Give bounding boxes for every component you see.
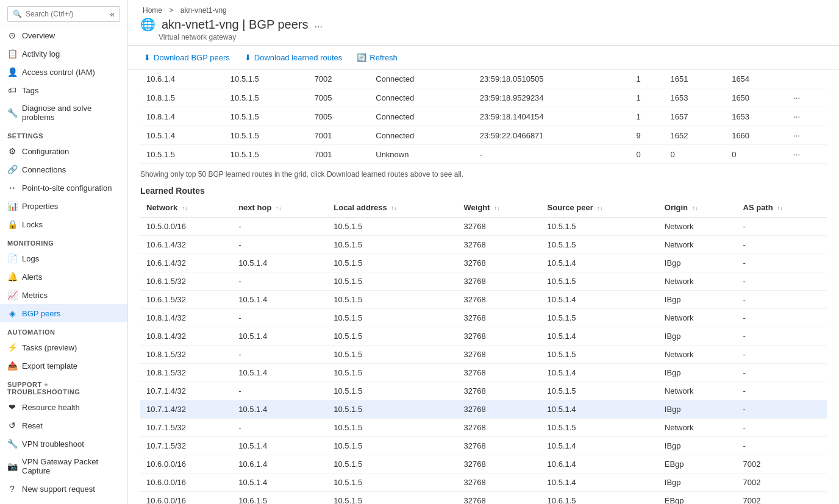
cell-status: Connected xyxy=(370,126,474,145)
table-cell: 10.6.0.0/16 xyxy=(140,455,232,474)
sidebar-item-configuration[interactable]: ⚙ Configuration xyxy=(0,142,127,160)
table-cell: 10.5.1.4 xyxy=(541,474,659,492)
cell-more[interactable]: ··· xyxy=(787,126,827,145)
collapse-button[interactable]: « xyxy=(110,9,115,19)
table-cell: - xyxy=(737,437,827,455)
sidebar-item-alerts[interactable]: 🔔 Alerts xyxy=(0,268,127,286)
cell-more[interactable]: ··· xyxy=(787,88,827,107)
table-cell: 10.5.1.4 xyxy=(541,327,659,346)
sidebar-item-logs[interactable]: 📄 Logs xyxy=(0,249,127,268)
cell-status: Connected xyxy=(370,70,474,88)
table-cell: - xyxy=(737,236,827,254)
sidebar-item-export-template[interactable]: 📤 Export template xyxy=(0,357,127,375)
sidebar-item-reset[interactable]: ↺ Reset xyxy=(0,416,127,435)
col-origin[interactable]: Origin ↑↓ xyxy=(659,198,737,218)
table-cell: Network xyxy=(659,309,737,327)
col-local-address[interactable]: Local address ↑↓ xyxy=(327,198,457,218)
refresh-icon: 🔄 xyxy=(357,53,366,62)
info-note: Showing only top 50 BGP learned routes i… xyxy=(140,170,827,179)
sidebar-item-tasks[interactable]: ⚡ Tasks (preview) xyxy=(0,338,127,357)
sidebar-item-activity-log[interactable]: 📋 Activity log xyxy=(0,44,127,63)
sidebar-item-bgp-peers[interactable]: ◈ BGP peers xyxy=(0,304,127,322)
table-cell: 10.5.1.5 xyxy=(327,309,457,327)
col-as-path[interactable]: AS path ↑↓ xyxy=(737,198,827,218)
table-cell: 10.8.1.4/32 xyxy=(140,327,232,346)
sidebar-item-new-support-request[interactable]: ? New support request xyxy=(0,480,127,498)
table-cell: 32768 xyxy=(458,309,541,327)
cell-ip1: 10.5.1.4 xyxy=(140,126,224,145)
cell-more[interactable]: ··· xyxy=(787,145,827,164)
col-source-peer[interactable]: Source peer ↑↓ xyxy=(541,198,659,218)
activity-log-icon: 📋 xyxy=(7,49,17,59)
cell-routes-recv: 1653 xyxy=(665,88,726,107)
col-weight[interactable]: Weight ↑↓ xyxy=(458,198,541,218)
sidebar-item-metrics[interactable]: 📈 Metrics xyxy=(0,286,127,304)
table-cell: 32768 xyxy=(458,437,541,455)
table-cell: 10.5.1.5 xyxy=(541,382,659,400)
breadcrumb-separator: > xyxy=(169,6,173,15)
sidebar-item-connections[interactable]: 🔗 Connections xyxy=(0,160,127,179)
table-cell: 10.6.1.4/32 xyxy=(140,236,232,254)
cell-msg-recv: 1 xyxy=(630,70,665,88)
cell-routes-recv: 0 xyxy=(665,145,726,164)
sort-icon: ↑↓ xyxy=(777,205,783,211)
main-content: Home > akn-vnet1-vng 🌐 akn-vnet1-vng | B… xyxy=(128,0,839,504)
download-bgp-peers-button[interactable]: ⬇ Download BGP peers xyxy=(140,51,234,65)
sidebar-item-properties[interactable]: 📊 Properties xyxy=(0,197,127,215)
sidebar-item-diagnose[interactable]: 🔧 Diagnose and solve problems xyxy=(0,99,127,126)
sidebar-item-overview[interactable]: ⊙ Overview xyxy=(0,26,127,44)
col-network[interactable]: Network ↑↓ xyxy=(140,198,232,218)
sidebar-item-label: Connections xyxy=(22,165,66,174)
row-more-button[interactable]: ··· xyxy=(793,93,801,102)
packet-capture-icon: 📷 xyxy=(7,461,17,471)
cell-more[interactable]: ··· xyxy=(787,107,827,126)
breadcrumb-resource[interactable]: akn-vnet1-vng xyxy=(180,6,227,15)
refresh-label: Refresh xyxy=(370,53,398,62)
table-cell: 10.5.1.4 xyxy=(541,254,659,272)
search-box[interactable]: 🔍 « xyxy=(7,6,120,22)
table-row: 10.5.1.4 10.5.1.5 7001 Connected 23:59:2… xyxy=(140,126,827,145)
table-row: 10.7.1.5/32-10.5.1.53276810.5.1.5Network… xyxy=(140,419,827,437)
sidebar-item-vpn-troubleshoot[interactable]: 🔧 VPN troubleshoot xyxy=(0,435,127,453)
cell-updown: 23:59:22.0466871 xyxy=(474,126,630,145)
sidebar-item-resource-health[interactable]: ❤ Resource health xyxy=(0,398,127,416)
table-cell: 10.5.1.4 xyxy=(232,474,327,492)
table-cell: 10.6.1.4/32 xyxy=(140,254,232,272)
more-options-button[interactable]: ... xyxy=(315,19,323,30)
row-more-button[interactable]: ··· xyxy=(793,149,801,159)
table-cell: 32768 xyxy=(458,455,541,474)
sidebar-item-locks[interactable]: 🔒 Locks xyxy=(0,215,127,233)
sidebar-item-tags[interactable]: 🏷 Tags xyxy=(0,81,127,99)
connections-icon: 🔗 xyxy=(7,165,17,174)
table-cell: 10.5.1.4 xyxy=(232,327,327,346)
sidebar-item-label: BGP peers xyxy=(22,309,60,318)
table-cell: IBgp xyxy=(659,474,737,492)
sidebar-item-access-control[interactable]: 👤 Access control (IAM) xyxy=(0,63,127,81)
table-cell: 32768 xyxy=(458,419,541,437)
table-cell: - xyxy=(737,291,827,309)
table-row: 10.8.1.5/3210.5.1.410.5.1.53276810.5.1.4… xyxy=(140,364,827,382)
sidebar-item-label: Diagnose and solve problems xyxy=(22,104,120,122)
download-routes-button[interactable]: ⬇ Download learned routes xyxy=(241,51,346,65)
refresh-button[interactable]: 🔄 Refresh xyxy=(353,51,401,65)
table-cell: 10.5.0.0/16 xyxy=(140,218,232,236)
sidebar-item-point-to-site[interactable]: ↔ Point-to-site configuration xyxy=(0,179,127,197)
table-cell: 10.5.1.5 xyxy=(327,218,457,236)
page-title: akn-vnet1-vng | BGP peers xyxy=(162,18,309,32)
bgp-peers-icon: ◈ xyxy=(7,308,17,318)
table-cell: 10.5.1.5 xyxy=(327,474,457,492)
sidebar-item-label: Locks xyxy=(22,220,43,229)
table-row: 10.6.1.5/3210.5.1.410.5.1.53276810.5.1.4… xyxy=(140,291,827,309)
row-more-button[interactable]: ··· xyxy=(793,112,801,121)
col-next-hop[interactable]: next hop ↑↓ xyxy=(232,198,327,218)
search-input[interactable] xyxy=(26,10,104,18)
row-more-button[interactable]: ··· xyxy=(793,130,801,140)
section-support: Support + troubleshooting xyxy=(0,375,127,398)
table-cell: 32768 xyxy=(458,346,541,364)
cell-routes-sent: 1654 xyxy=(726,70,787,88)
sidebar-item-packet-capture[interactable]: 📷 VPN Gateway Packet Capture xyxy=(0,453,127,480)
table-cell: 10.6.1.5 xyxy=(541,492,659,505)
table-row: 10.6.1.5/32-10.5.1.53276810.5.1.5Network… xyxy=(140,272,827,291)
breadcrumb-home[interactable]: Home xyxy=(143,6,162,15)
cell-routes-sent: 1660 xyxy=(726,126,787,145)
